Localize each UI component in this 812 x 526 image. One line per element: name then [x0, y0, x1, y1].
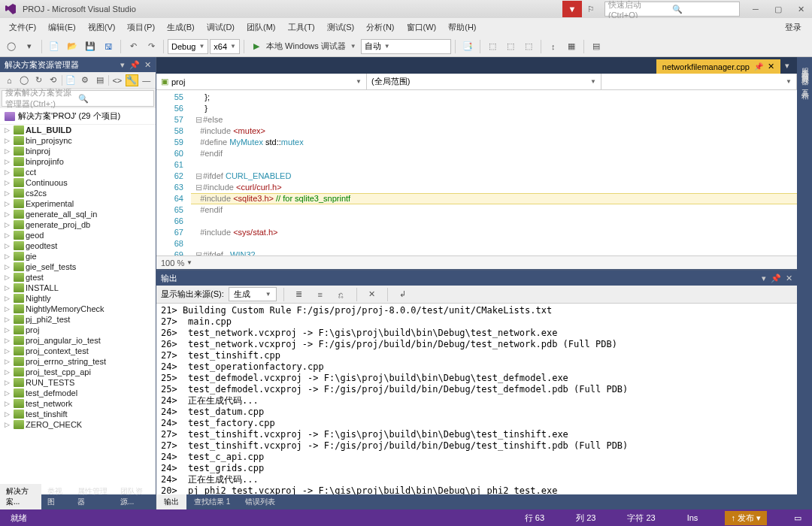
scope-project-combo[interactable]: ▣ proj▼ — [156, 74, 367, 89]
clear-output-icon[interactable]: ✕ — [364, 286, 380, 303]
expand-icon[interactable]: ▷ — [5, 358, 12, 365]
output-tab[interactable]: 查找结果 1 — [186, 494, 238, 509]
expand-icon[interactable]: ▷ — [5, 316, 12, 323]
side-tab[interactable]: 类视图 — [41, 484, 71, 509]
toolbar-icon[interactable]: 📑 — [459, 38, 476, 55]
right-sidebar[interactable]: 服务器资源管理器 工具箱 — [797, 57, 812, 509]
project-node[interactable]: ▷Nightly — [0, 293, 156, 304]
project-node[interactable]: ▷binproj — [0, 146, 156, 156]
solution-node[interactable]: 解决方案'PROJ' (29 个项目) — [0, 108, 156, 125]
tab-networkfilemanager[interactable]: networkfilemanager.cpp 📌 ✕ — [656, 59, 780, 74]
toolbar-icon[interactable]: ⬚ — [484, 38, 501, 55]
project-tree[interactable]: ▷ALL_BUILD▷bin_projsync▷binproj▷binproji… — [0, 125, 156, 494]
expand-icon[interactable]: ▷ — [5, 263, 12, 271]
expand-icon[interactable]: ▷ — [5, 210, 12, 218]
code-icon[interactable]: <> — [111, 76, 123, 85]
properties-icon[interactable]: ⚙ — [79, 75, 91, 85]
output-tab[interactable]: 输出 — [156, 494, 186, 509]
project-node[interactable]: ▷Continuous — [0, 177, 156, 188]
expand-icon[interactable]: ▷ — [5, 389, 12, 397]
project-node[interactable]: ▷geod — [0, 230, 156, 240]
expand-icon[interactable]: ▷ — [5, 421, 12, 428]
platform-combo[interactable]: x64▼ — [210, 39, 240, 54]
toolbar-icon[interactable]: ▦ — [563, 38, 580, 55]
project-node[interactable]: ▷pj_phi2_test — [0, 314, 156, 325]
wrench-icon[interactable]: 🔧 — [126, 74, 138, 86]
menu-item[interactable]: 编辑(E) — [42, 20, 82, 35]
expand-icon[interactable]: ▷ — [5, 274, 12, 281]
menu-item[interactable]: 测试(S) — [321, 20, 361, 35]
login-link[interactable]: 登录 — [785, 22, 809, 33]
menu-item[interactable]: 分析(N) — [360, 20, 400, 35]
quick-launch-input[interactable]: 快速启动 (Ctrl+Q)🔍 — [604, 2, 740, 17]
close-button[interactable]: ✕ — [789, 1, 812, 17]
project-node[interactable]: ▷proj_errno_string_test — [0, 356, 156, 367]
project-node[interactable]: ▷proj — [0, 325, 156, 335]
project-node[interactable]: ▷cct — [0, 167, 156, 177]
zoom-indicator[interactable]: 100 % ▼ — [156, 255, 797, 269]
expand-icon[interactable]: ▷ — [5, 137, 12, 144]
open-button[interactable]: 📂 — [64, 38, 80, 55]
project-node[interactable]: ▷binprojinfo — [0, 156, 156, 167]
scope-member-combo[interactable]: ▼ — [601, 74, 797, 89]
expand-icon[interactable]: ▷ — [5, 200, 12, 207]
project-node[interactable]: ▷NightlyMemoryCheck — [0, 304, 156, 314]
expand-icon[interactable]: ▷ — [5, 379, 12, 386]
dropdown-icon[interactable]: ▾ — [762, 274, 766, 283]
debugger-label[interactable]: 本地 Windows 调试器 — [266, 41, 346, 52]
collapse-icon[interactable]: ↻ — [32, 75, 44, 85]
output-icon[interactable]: ≡ — [312, 286, 329, 303]
pin-icon[interactable]: 📌 — [754, 62, 763, 71]
mode-combo[interactable]: 自动▼ — [361, 39, 451, 54]
output-icon[interactable]: ⎌ — [333, 286, 350, 303]
maximize-button[interactable]: ▢ — [767, 1, 789, 17]
output-text[interactable]: 21> Building Custom Rule F:/gis/proj/pro… — [156, 304, 797, 494]
tab-menu-icon[interactable]: ▾ — [780, 58, 794, 74]
expand-icon[interactable]: ▷ — [5, 126, 12, 134]
output-icon[interactable]: ≣ — [291, 286, 308, 303]
project-node[interactable]: ▷gie_self_tests — [0, 261, 156, 272]
project-node[interactable]: ▷test_tinshift — [0, 409, 156, 419]
scope-global-combo[interactable]: (全局范围)▼ — [367, 74, 601, 89]
project-node[interactable]: ▷RUN_TESTS — [0, 377, 156, 388]
project-node[interactable]: ▷cs2cs — [0, 188, 156, 198]
expand-icon[interactable]: ▷ — [5, 326, 12, 334]
expand-icon[interactable]: ▷ — [5, 400, 12, 407]
menu-item[interactable]: 生成(B) — [161, 20, 201, 35]
status-end-icon[interactable]: ▭ — [789, 513, 806, 523]
view-icon[interactable]: ▤ — [93, 75, 105, 85]
nav-back-button[interactable]: ◯ — [3, 38, 20, 55]
pin-icon[interactable]: 📌 — [771, 274, 781, 283]
solution-search-input[interactable]: 搜索解决方案资源管理器(Ctrl+;)🔍 — [2, 90, 154, 107]
expand-icon[interactable]: ▷ — [5, 179, 12, 186]
project-node[interactable]: ▷bin_projsync — [0, 135, 156, 146]
expand-icon[interactable]: ▷ — [5, 305, 12, 313]
project-node[interactable]: ▷test_defmodel — [0, 388, 156, 398]
save-all-button[interactable]: 🖫 — [100, 38, 117, 55]
expand-icon[interactable]: ▷ — [5, 221, 12, 228]
toolbar-icon[interactable]: ▤ — [588, 38, 604, 55]
redo-button[interactable]: ↷ — [143, 38, 159, 55]
project-node[interactable]: ▷INSTALL — [0, 283, 156, 293]
project-node[interactable]: ▷Experimental — [0, 198, 156, 209]
project-node[interactable]: ▷proj_context_test — [0, 346, 156, 356]
menu-item[interactable]: 调试(D) — [201, 20, 241, 35]
home-icon[interactable]: ⌂ — [3, 76, 15, 85]
expand-icon[interactable]: ▷ — [5, 231, 12, 239]
menu-item[interactable]: 团队(M) — [241, 20, 282, 35]
toolbar-icon[interactable]: ⬚ — [502, 38, 519, 55]
expand-icon[interactable]: ▷ — [5, 158, 12, 165]
dropdown-icon[interactable]: ▾ — [120, 60, 125, 70]
notification-button[interactable]: ▼ — [562, 1, 582, 17]
code-editor[interactable]: 55565758596061626364656667686970 }; }⊟#e… — [156, 90, 797, 255]
menu-item[interactable]: 工具(T) — [282, 20, 321, 35]
menu-item[interactable]: 文件(F) — [3, 20, 42, 35]
project-node[interactable]: ▷proj_test_cpp_api — [0, 367, 156, 377]
side-tab[interactable]: 属性管理器 — [71, 484, 114, 509]
project-node[interactable]: ▷gie — [0, 251, 156, 261]
output-source-combo[interactable]: 生成▼ — [229, 287, 277, 301]
menu-item[interactable]: 项目(P) — [121, 20, 161, 35]
sync-icon[interactable]: ⟲ — [47, 75, 59, 85]
project-node[interactable]: ▷generate_all_sql_in — [0, 209, 156, 219]
menu-item[interactable]: 视图(V) — [82, 20, 122, 35]
